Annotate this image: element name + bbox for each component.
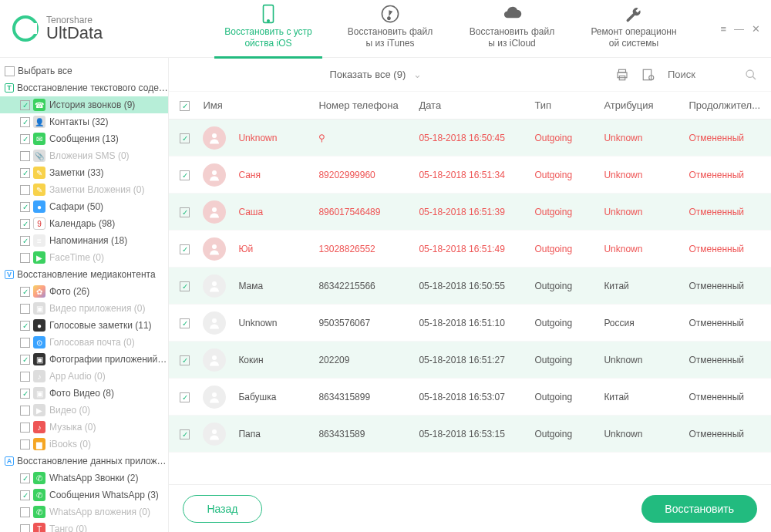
sidebar-item[interactable]: ▶Видео (0) xyxy=(0,402,168,419)
cell-phone: ⚲ xyxy=(318,133,419,143)
sidebar-select-all[interactable]: Выбрать все xyxy=(0,62,168,79)
sidebar-item[interactable]: ♪Музыка (0) xyxy=(0,419,168,436)
recover-button[interactable]: Восстановить xyxy=(641,495,757,523)
item-checkbox[interactable] xyxy=(20,304,30,314)
table-row[interactable]: Папа86343158905-18-2018 16:53:15Outgoing… xyxy=(169,416,771,453)
item-checkbox[interactable] xyxy=(20,338,30,348)
sidebar-item[interactable]: ⊙Голосовая почта (0) xyxy=(0,334,168,351)
col-header-type[interactable]: Тип xyxy=(534,99,604,111)
col-header-date[interactable]: Дата xyxy=(419,99,534,111)
table-row[interactable]: Мама8634221556605-18-2018 16:50:55Outgoi… xyxy=(169,268,771,305)
search-box[interactable] xyxy=(668,69,757,81)
sidebar-group-0[interactable]: TВосстановление текстового содержи xyxy=(0,79,168,96)
item-checkbox[interactable] xyxy=(20,287,30,297)
item-checkbox[interactable] xyxy=(20,185,30,195)
sidebar-item[interactable]: TТанго (0) xyxy=(0,520,168,532)
item-checkbox[interactable] xyxy=(20,100,30,110)
table-row[interactable]: Unknown950357606705-18-2018 16:51:10Outg… xyxy=(169,305,771,342)
item-checkbox[interactable] xyxy=(20,355,30,365)
row-checkbox[interactable] xyxy=(180,355,190,365)
item-checkbox[interactable] xyxy=(20,473,30,483)
sidebar-item[interactable]: ✆WhatsApp вложения (0) xyxy=(0,503,168,520)
sidebar-item[interactable]: ≡Напоминания (18) xyxy=(0,232,168,249)
tab-music[interactable]: Восстановить файлы из iTunes xyxy=(336,0,444,59)
item-checkbox[interactable] xyxy=(20,389,30,399)
table-row[interactable]: Саня8920299996005-18-2018 16:51:34Outgoi… xyxy=(169,157,771,194)
tab-wrench[interactable]: Ремонт операционной системы xyxy=(580,0,688,59)
row-checkbox[interactable] xyxy=(180,392,190,402)
sidebar-item[interactable]: ✎Заметки Вложения (0) xyxy=(0,181,168,198)
item-checkbox[interactable] xyxy=(20,219,30,229)
sidebar-item[interactable]: ▆iBooks (0) xyxy=(0,436,168,453)
item-checkbox[interactable] xyxy=(20,253,30,263)
sidebar-item[interactable]: ✆Сообщения WhatsApp (3) xyxy=(0,487,168,503)
row-checkbox[interactable] xyxy=(180,170,190,180)
sidebar-item[interactable]: ▣Фото Видео (8) xyxy=(0,385,168,402)
row-checkbox[interactable] xyxy=(180,244,190,254)
item-checkbox[interactable] xyxy=(20,439,30,450)
cell-date: 05-18-2018 16:50:55 xyxy=(419,281,534,291)
group-title: Восстановление медиаконтента xyxy=(17,269,156,280)
select-all-checkbox[interactable] xyxy=(5,66,15,76)
tab-cloud[interactable]: Восстановить файлы из iCloud xyxy=(458,0,566,59)
item-checkbox[interactable] xyxy=(20,134,30,144)
row-checkbox[interactable] xyxy=(180,318,190,328)
close-icon[interactable]: ✕ xyxy=(752,23,760,35)
table-row[interactable]: Юй1302882655205-18-2018 16:51:49Outgoing… xyxy=(169,231,771,268)
sidebar-item[interactable]: ✆WhatsApp Звонки (2) xyxy=(0,470,168,487)
sidebar-item[interactable]: ●Сафари (50) xyxy=(0,198,168,215)
sidebar-item[interactable]: ▶FaceTime (0) xyxy=(0,249,168,266)
sidebar-item[interactable]: 👤Контакты (32) xyxy=(0,113,168,130)
col-header-name[interactable]: Имя xyxy=(203,99,318,111)
row-checkbox[interactable] xyxy=(180,133,190,143)
item-checkbox[interactable] xyxy=(20,507,30,517)
sidebar-item[interactable]: ✎Заметки (33) xyxy=(0,164,168,181)
sidebar-item[interactable]: ✿Фото (26) xyxy=(0,283,168,300)
sidebar-group-2[interactable]: AВосстановление данных приложений xyxy=(0,453,168,470)
select-all-checkbox[interactable] xyxy=(180,101,190,111)
back-button[interactable]: Назад xyxy=(183,495,261,523)
cell-attr: Unknown xyxy=(604,429,689,439)
settings-icon[interactable] xyxy=(641,68,655,82)
item-checkbox[interactable] xyxy=(20,372,30,382)
svg-point-1 xyxy=(268,20,269,22)
tab-phone[interactable]: Восстановить с устройства iOS xyxy=(214,0,322,59)
filter-dropdown[interactable]: Показать все (9) ⌄ xyxy=(329,69,422,80)
sidebar-item[interactable]: 9Календарь (98) xyxy=(0,215,168,232)
col-header-attr[interactable]: Атрибуция xyxy=(604,99,689,111)
row-checkbox[interactable] xyxy=(180,429,190,439)
item-checkbox[interactable] xyxy=(20,524,30,533)
table-row[interactable]: Бабушка863431589905-18-2018 16:53:07Outg… xyxy=(169,379,771,416)
minimize-icon[interactable]: — xyxy=(734,23,744,35)
row-checkbox[interactable] xyxy=(180,281,190,291)
row-checkbox[interactable] xyxy=(180,207,190,217)
sidebar-item[interactable]: ✉Сообщения (13) xyxy=(0,130,168,147)
sidebar-item[interactable]: ▣Фотографии приложений (24 xyxy=(0,351,168,368)
item-checkbox[interactable] xyxy=(20,490,30,500)
item-checkbox[interactable] xyxy=(20,202,30,212)
search-icon[interactable] xyxy=(745,69,757,81)
table-row[interactable]: Саша89601754648905-18-2018 16:51:39Outgo… xyxy=(169,194,771,231)
table-row[interactable]: Кокин20220905-18-2018 16:51:27OutgoingUn… xyxy=(169,342,771,379)
sidebar-item[interactable]: 📎Вложения SMS (0) xyxy=(0,147,168,164)
item-checkbox[interactable] xyxy=(20,151,30,161)
item-checkbox[interactable] xyxy=(20,168,30,178)
menu-icon[interactable]: ≡ xyxy=(720,23,726,35)
col-header-phone[interactable]: Номер телефона xyxy=(318,99,419,111)
item-checkbox[interactable] xyxy=(20,117,30,127)
sidebar-item[interactable]: ☎История звонков (9) xyxy=(0,96,168,113)
print-icon[interactable] xyxy=(615,68,629,82)
sidebar-group-1[interactable]: VВосстановление медиаконтента xyxy=(0,266,168,283)
sidebar-item[interactable]: ▣Видео приложения (0) xyxy=(0,300,168,317)
item-checkbox[interactable] xyxy=(20,406,30,416)
cell-name: Папа xyxy=(238,429,260,439)
col-header-dur[interactable]: Продолжител... xyxy=(689,99,760,111)
item-checkbox[interactable] xyxy=(20,236,30,246)
item-checkbox[interactable] xyxy=(20,321,30,331)
svg-point-14 xyxy=(212,281,217,286)
sidebar-item[interactable]: ♪App Audio (0) xyxy=(0,368,168,385)
item-checkbox[interactable] xyxy=(20,423,30,433)
sidebar-item[interactable]: ●Голосовые заметки (11) xyxy=(0,317,168,334)
search-input[interactable] xyxy=(668,69,722,80)
table-row[interactable]: Unknown⚲05-18-2018 16:50:45OutgoingUnkno… xyxy=(169,120,771,157)
